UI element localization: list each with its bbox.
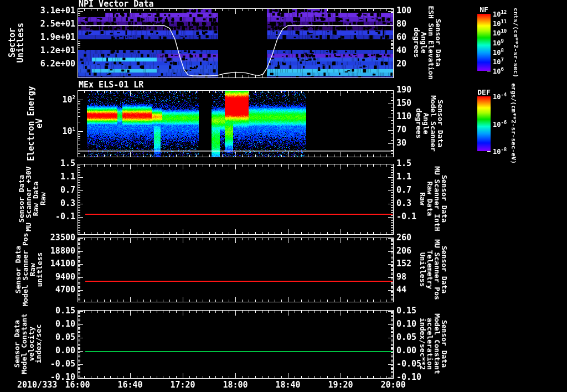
colorbar-tick-label: 107 [493,58,504,66]
y-tick-label: 1.5 [31,159,75,168]
x-tick-label: 18:40 [275,381,300,390]
y-tick-label: 0.15 [31,307,75,316]
y-tick-label: 1.9e+01 [31,33,75,42]
colorbar-tick-label: 10-4 [493,92,507,101]
y-tick-label: 2.5e+01 [31,20,75,29]
y-tick-label: 3.1e+01 [31,7,75,16]
x-tick-label: 17:20 [170,381,195,390]
y-tick-label: -0.05 [396,360,430,369]
colorbar-tick-label: 1012 [493,10,507,18]
colorbar-tick-label: 10-8 [493,147,507,156]
colorbar-tick-label: 1010 [493,29,507,37]
y-tick-label: 0.10 [31,320,75,329]
colorbar-tick-label: 106 [493,67,504,75]
y-tick-label: 0.05 [31,333,75,342]
y-tick-label: 18800 [31,247,75,256]
y-tick-label: 20 [396,60,430,69]
colorbar-tick-label: 109 [493,39,504,47]
panel2-title: MEx ELS-01 LR [79,81,143,90]
plot-page: NPI Vector Data MEx ELS-01 LR Sector Uni… [0,0,567,392]
def-colorbar-title: DEF [477,89,490,96]
y-tick-label: 260 [396,234,430,243]
y-tick-label: 101 [31,127,75,136]
y-tick-label: 0.00 [396,347,430,355]
y-tick-label: 98 [396,273,430,282]
y-tick-label: 0.15 [396,307,430,316]
nf-colorbar-title: NF [480,6,488,14]
x-tick-label: 18:00 [223,381,248,390]
y-tick-label: -0.1 [396,213,430,221]
y-tick-label: 152 [396,260,430,269]
y-tick-label: 0.05 [396,333,430,342]
y-tick-label: 44 [396,286,430,295]
y-tick-label: 9400 [31,273,75,282]
y-tick-label: 60 [396,33,430,42]
y-tick-label: 102 [31,95,75,105]
date-label: 2010/333 [17,381,57,390]
x-tick-label: 19:20 [328,381,353,390]
y-tick-label: 1.5 [396,159,430,168]
y-tick-label: 110 [396,112,430,121]
y-tick-label: 0.3 [31,199,75,208]
def-colorbar [477,96,491,151]
y-tick-label: 0.7 [396,186,430,195]
y-tick-label: 1.1 [396,173,430,182]
y-tick-label: 40 [396,47,430,55]
y-tick-label: -0.05 [31,360,75,369]
y-tick-label: 1.2e+01 [31,47,75,55]
y-tick-label: 100 [396,7,430,16]
x-tick-label: 20:00 [380,381,405,390]
y-tick-label: 0.3 [396,199,430,208]
y-tick-label: 80 [396,20,430,29]
colorbar-tick-label: 1011 [493,19,507,28]
nf-colorbar [477,14,491,71]
colorbar-tick-label: 108 [493,48,504,56]
y-tick-label: 0.10 [396,320,430,329]
y-tick-label: 70 [396,126,430,135]
y-tick-label: 206 [396,247,430,256]
y-tick-label: 6.2e+00 [31,60,75,69]
y-tick-label: 14100 [31,260,75,269]
y-tick-label: 190 [396,86,430,95]
y-tick-label: 0.00 [31,347,75,355]
y-tick-label: 23500 [31,234,75,243]
y-tick-label: 1.1 [31,173,75,182]
x-tick-label: 16:40 [117,381,142,390]
x-tick-label: 16:00 [65,381,90,390]
y-tick-label: 30 [396,139,430,148]
y-tick-label: 4700 [31,286,75,295]
y-tick-label: 150 [396,99,430,108]
colorbar-tick-label: 10-6 [493,120,507,128]
panel1-title: NPI Vector Data [79,0,153,9]
y-tick-label: 0.7 [31,186,75,195]
y-tick-label: -0.1 [31,213,75,221]
